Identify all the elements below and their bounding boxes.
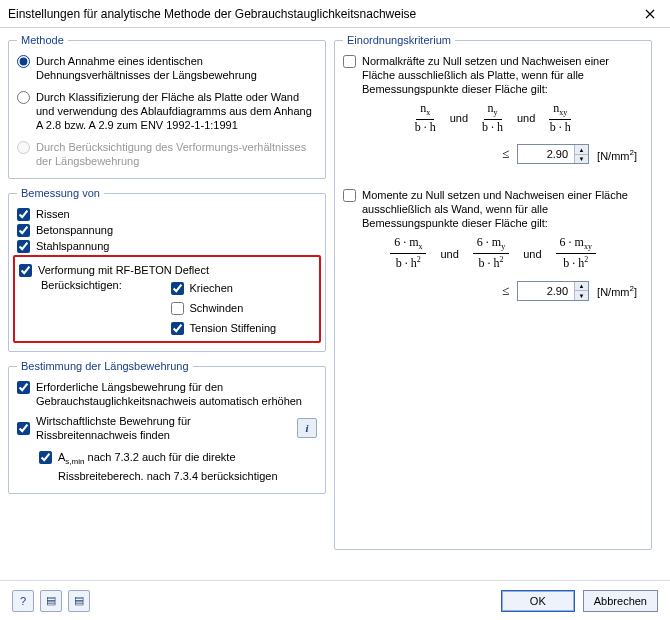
schwinden-row[interactable]: Schwinden <box>171 301 315 315</box>
moment-unit: [N/mm2] <box>597 284 637 298</box>
close-icon <box>645 9 655 19</box>
stahlspannung-row[interactable]: Stahlspannung <box>17 239 317 253</box>
betonspannung-row[interactable]: Betonspannung <box>17 223 317 237</box>
normal-value-spinner[interactable]: ▲▼ <box>517 144 589 164</box>
rissen-checkbox[interactable] <box>17 208 30 221</box>
wirt-row[interactable]: Wirtschaftlichste Bewehrung für Rissbrei… <box>17 414 317 442</box>
settings2-button[interactable]: ▤ <box>68 590 90 612</box>
beruck-label: Berücksichtigen: <box>41 279 161 297</box>
help-icon: ? <box>20 595 26 607</box>
schwinden-checkbox[interactable] <box>171 302 184 315</box>
document-icon: ▤ <box>74 594 84 607</box>
normal-frac-row: nx b · h und ny b · h und nxy b · h <box>343 102 643 134</box>
deflect-row[interactable]: Verformung mit RF-BETON Deflect <box>19 263 315 277</box>
moment-block: Momente zu Null setzen und Nachweisen ei… <box>343 188 643 300</box>
settings1-button[interactable]: ▤ <box>40 590 62 612</box>
bemessung-group: Bemessung von Rissen Betonspannung Stahl… <box>8 187 326 352</box>
moment-label: Momente zu Null setzen und Nachweisen ei… <box>362 188 643 230</box>
methode-opt1-radio[interactable] <box>17 55 30 68</box>
kriechen-checkbox[interactable] <box>171 282 184 295</box>
moment-frac-row: 6 · mx b · h2 und 6 · my b · h2 und 6 · … <box>343 236 643 270</box>
moment-value-input[interactable] <box>518 282 574 300</box>
frac-my: 6 · my b · h2 <box>473 236 509 270</box>
longitudinal-legend: Bestimmung der Längsbewehrung <box>17 360 193 372</box>
normal-row[interactable]: Normalkräfte zu Null setzen und Nachweis… <box>343 54 643 96</box>
spin-down-icon[interactable]: ▼ <box>575 291 588 300</box>
normal-value-input[interactable] <box>518 145 574 163</box>
tension-row[interactable]: Tension Stiffening <box>171 321 315 335</box>
betonspannung-label: Betonspannung <box>36 223 113 237</box>
footer: ? ▤ ▤ OK Abbrechen <box>0 580 670 620</box>
moment-checkbox[interactable] <box>343 189 356 202</box>
normal-label: Normalkräfte zu Null setzen und Nachweis… <box>362 54 643 96</box>
moment-limit-row: ≤ ▲▼ [N/mm2] <box>343 281 637 301</box>
moment-row[interactable]: Momente zu Null setzen und Nachweisen ei… <box>343 188 643 230</box>
wirt-label: Wirtschaftlichste Bewehrung für Rissbrei… <box>36 414 291 442</box>
deflect-highlight: Verformung mit RF-BETON Deflect Berücksi… <box>13 255 321 343</box>
frac-nx: nx b · h <box>415 102 436 134</box>
cancel-button[interactable]: Abbrechen <box>583 590 658 612</box>
erf-checkbox[interactable] <box>17 381 30 394</box>
moment-value-spinner[interactable]: ▲▼ <box>517 281 589 301</box>
spin-down-icon[interactable]: ▼ <box>575 155 588 164</box>
methode-opt2-row[interactable]: Durch Klassifizierung der Fläche als Pla… <box>17 90 317 132</box>
wirt-checkbox[interactable] <box>17 422 30 435</box>
window-title: Einstellungen für analytische Methode de… <box>8 7 416 21</box>
stahlspannung-label: Stahlspannung <box>36 239 109 253</box>
asmin-row[interactable]: As,min nach 7.3.2 auch für die direkte R… <box>39 450 317 483</box>
help-button[interactable]: ? <box>12 590 34 612</box>
schwinden-label: Schwinden <box>190 301 244 315</box>
criteria-group: Einordnungskriterium Normalkräfte zu Nul… <box>334 34 652 550</box>
methode-opt2-label: Durch Klassifizierung der Fläche als Pla… <box>36 90 317 132</box>
methode-opt1-label: Durch Annahme eines identischen Dehnungs… <box>36 54 317 82</box>
rissen-label: Rissen <box>36 207 70 221</box>
close-button[interactable] <box>630 0 670 28</box>
erf-label: Erforderliche Längsbewehrung für den Geb… <box>36 380 317 408</box>
methode-opt3-label: Durch Berücksichtigung des Verformungs-v… <box>36 140 317 168</box>
longitudinal-group: Bestimmung der Längsbewehrung Erforderli… <box>8 360 326 494</box>
info-icon[interactable]: i <box>297 418 317 438</box>
methode-opt3-radio <box>17 141 30 154</box>
asmin-label: As,min nach 7.3.2 auch für die direkte R… <box>58 450 317 483</box>
ok-button[interactable]: OK <box>501 590 575 612</box>
betonspannung-checkbox[interactable] <box>17 224 30 237</box>
deflect-checkbox[interactable] <box>19 264 32 277</box>
normal-checkbox[interactable] <box>343 55 356 68</box>
methode-opt3-row: Durch Berücksichtigung des Verformungs-v… <box>17 140 317 168</box>
erf-row[interactable]: Erforderliche Längsbewehrung für den Geb… <box>17 380 317 408</box>
tension-label: Tension Stiffening <box>190 321 277 335</box>
methode-opt1-row[interactable]: Durch Annahme eines identischen Dehnungs… <box>17 54 317 82</box>
asmin-checkbox[interactable] <box>39 451 52 464</box>
frac-nxy: nxy b · h <box>549 102 571 134</box>
tension-checkbox[interactable] <box>171 322 184 335</box>
stahlspannung-checkbox[interactable] <box>17 240 30 253</box>
spin-up-icon[interactable]: ▲ <box>575 282 588 292</box>
normal-force-block: Normalkräfte zu Null setzen und Nachweis… <box>343 54 643 164</box>
criteria-legend: Einordnungskriterium <box>343 34 455 46</box>
document-icon: ▤ <box>46 594 56 607</box>
bemessung-legend: Bemessung von <box>17 187 104 199</box>
methode-group: Methode Durch Annahme eines identischen … <box>8 34 326 179</box>
kriechen-row[interactable]: Kriechen <box>171 281 315 295</box>
normal-limit-row: ≤ ▲▼ [N/mm2] <box>343 144 637 164</box>
frac-ny: ny b · h <box>482 102 503 134</box>
methode-legend: Methode <box>17 34 68 46</box>
rissen-row[interactable]: Rissen <box>17 207 317 221</box>
leq-icon: ≤ <box>502 146 509 162</box>
frac-mxy: 6 · mxy b · h2 <box>556 236 596 270</box>
titlebar: Einstellungen für analytische Methode de… <box>0 0 670 28</box>
leq-icon: ≤ <box>502 283 509 299</box>
normal-unit: [N/mm2] <box>597 148 637 162</box>
frac-mx: 6 · mx b · h2 <box>390 236 426 270</box>
deflect-label: Verformung mit RF-BETON Deflect <box>38 263 209 277</box>
spin-up-icon[interactable]: ▲ <box>575 145 588 155</box>
methode-opt2-radio[interactable] <box>17 91 30 104</box>
kriechen-label: Kriechen <box>190 281 233 295</box>
